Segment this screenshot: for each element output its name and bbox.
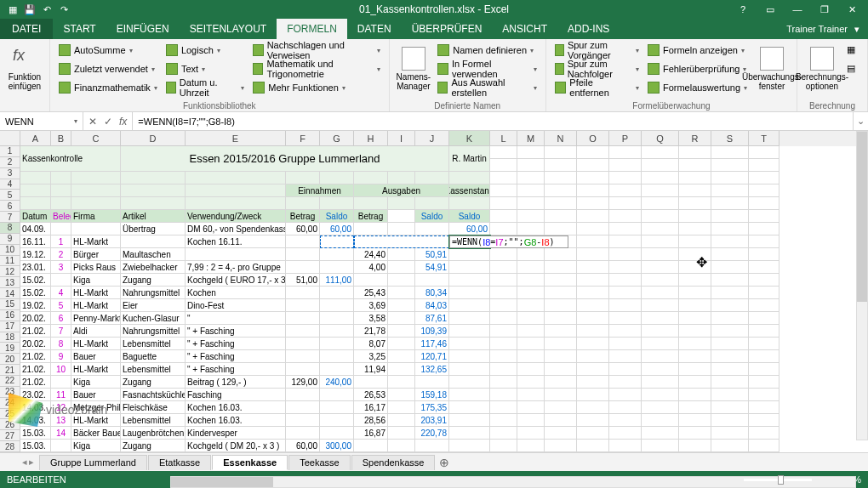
sheet-nav-next-icon[interactable]: ▸	[29, 457, 34, 468]
cell[interactable]	[517, 389, 545, 401]
calc-options-button[interactable]: Berechnungs-optionen	[802, 41, 842, 97]
col-header[interactable]: M	[517, 131, 545, 146]
cell[interactable]	[577, 235, 609, 248]
cell[interactable]	[517, 184, 545, 197]
cell[interactable]	[749, 414, 779, 427]
cell[interactable]: Dino-Fest	[186, 299, 286, 312]
cell[interactable]	[609, 401, 642, 414]
func-button[interactable]: Mathematik und Trigonometrie▾	[249, 60, 383, 78]
cell[interactable]: Fasnachtsküchle	[121, 389, 186, 401]
cell[interactable]	[749, 210, 779, 223]
cell[interactable]: 21.02.	[20, 350, 51, 363]
cell[interactable]	[679, 350, 711, 363]
cell[interactable]	[545, 159, 577, 172]
cell[interactable]: Kochgeld ( DM 20,- x 3 )	[186, 440, 286, 452]
cell[interactable]: Bäcker Bauer	[71, 427, 121, 440]
cell[interactable]: DM 60,- von Spendenkasse	[186, 223, 286, 235]
cell[interactable]	[354, 274, 388, 287]
cell[interactable]	[642, 274, 679, 287]
cell[interactable]	[51, 274, 71, 287]
cell[interactable]	[449, 363, 490, 376]
cell[interactable]	[642, 299, 679, 312]
cell[interactable]	[71, 223, 121, 235]
cell[interactable]	[20, 197, 51, 210]
cell[interactable]	[449, 440, 490, 452]
row-header[interactable]: 21	[0, 365, 20, 376]
cell[interactable]	[679, 440, 711, 452]
cell[interactable]	[749, 363, 779, 376]
cell[interactable]: Einnahmen	[286, 184, 354, 197]
row-header[interactable]: 28	[0, 441, 20, 452]
cell[interactable]	[577, 389, 609, 401]
names-manager-button[interactable]: Namens-Manager	[395, 41, 433, 97]
cell[interactable]: 60,00	[320, 223, 354, 235]
cell[interactable]	[545, 223, 577, 235]
cell[interactable]	[286, 427, 320, 440]
cell[interactable]	[711, 338, 749, 350]
cell[interactable]	[517, 376, 545, 389]
cell[interactable]	[320, 363, 354, 376]
cell[interactable]: 120,71	[415, 350, 449, 363]
cell[interactable]	[679, 325, 711, 338]
row-header[interactable]: 17	[0, 321, 20, 332]
cell[interactable]	[609, 210, 642, 223]
cell[interactable]: " + Fasching	[186, 350, 286, 363]
cell[interactable]	[51, 223, 71, 235]
cell[interactable]	[711, 312, 749, 325]
cell[interactable]: 2	[51, 248, 71, 261]
cell[interactable]	[609, 274, 642, 287]
func-button[interactable]: Mehr Funktionen▾	[249, 78, 383, 97]
cell[interactable]	[121, 184, 186, 197]
cell[interactable]: HL-Markt	[71, 363, 121, 376]
cell[interactable]	[749, 389, 779, 401]
minimize-icon[interactable]: —	[785, 2, 810, 17]
cell[interactable]	[679, 312, 711, 325]
cell[interactable]: 20.02.	[20, 312, 51, 325]
cell[interactable]	[388, 338, 415, 350]
cell[interactable]: Zugang	[121, 376, 186, 389]
cell[interactable]	[388, 376, 415, 389]
cell[interactable]: 4,00	[354, 261, 388, 274]
cell[interactable]: 21.02.	[20, 325, 51, 338]
cell[interactable]	[490, 427, 517, 440]
cell[interactable]	[517, 363, 545, 376]
cell[interactable]	[609, 376, 642, 389]
cell[interactable]	[749, 427, 779, 440]
cell[interactable]	[517, 325, 545, 338]
cell[interactable]: Kassenkontrolle	[20, 146, 121, 172]
cell[interactable]	[415, 172, 449, 184]
cell[interactable]: 15.03.	[20, 427, 51, 440]
cell[interactable]: Fasching	[186, 389, 286, 401]
cell[interactable]	[609, 440, 642, 452]
cell[interactable]: Kochen	[186, 287, 286, 299]
cell[interactable]	[679, 389, 711, 401]
cell[interactable]	[711, 210, 749, 223]
cell[interactable]: Beitrag ( 129,- )	[186, 376, 286, 389]
cell[interactable]	[642, 146, 679, 159]
cell[interactable]: 132,65	[415, 363, 449, 376]
cell[interactable]	[517, 338, 545, 350]
cell[interactable]	[490, 401, 517, 414]
cell[interactable]: 28,56	[354, 414, 388, 427]
col-header[interactable]: R	[679, 131, 711, 146]
cell[interactable]: R. Martin	[449, 146, 490, 172]
cell[interactable]	[609, 414, 642, 427]
cell[interactable]	[490, 389, 517, 401]
cell[interactable]	[449, 350, 490, 363]
sheet-tab[interactable]: Spendenkasse	[351, 455, 436, 470]
cell[interactable]	[642, 440, 679, 452]
cell[interactable]	[609, 389, 642, 401]
cancel-formula-icon[interactable]: ✕	[89, 116, 97, 128]
cell[interactable]	[642, 197, 679, 210]
cell[interactable]: 84,03	[415, 299, 449, 312]
cell[interactable]	[415, 223, 449, 235]
cell[interactable]	[449, 427, 490, 440]
cell[interactable]	[517, 261, 545, 274]
cell[interactable]	[749, 248, 779, 261]
cell[interactable]: 23.01.	[20, 261, 51, 274]
cell[interactable]	[642, 287, 679, 299]
cell[interactable]	[490, 338, 517, 350]
cell[interactable]	[286, 389, 320, 401]
cell[interactable]	[679, 299, 711, 312]
cell[interactable]: 16.11.	[20, 235, 51, 248]
